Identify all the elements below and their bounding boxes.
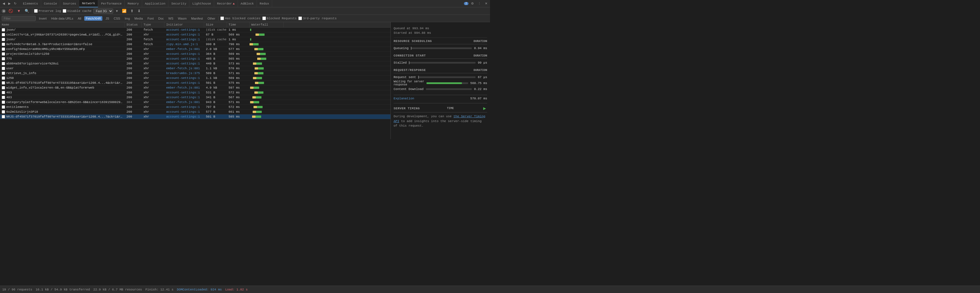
initiator-link[interactable]: account-settings:1	[166, 62, 200, 65]
row-checkbox[interactable]	[2, 86, 5, 90]
initiator-link[interactable]: ember-fetch.js:881	[166, 101, 200, 104]
row-checkbox[interactable]	[2, 62, 5, 65]
filter-wasm-btn[interactable]: Wasm	[177, 16, 188, 21]
initiator-link[interactable]: account-settings:1	[166, 52, 200, 56]
initiator-link[interactable]: account-settings:1	[166, 76, 200, 80]
initiator-link[interactable]: breadcrumbs.js:375	[166, 72, 200, 75]
disable-cache-checkbox[interactable]	[63, 9, 66, 13]
forward-btn[interactable]: ▶	[7, 1, 12, 6]
back-btn[interactable]: ◀	[1, 1, 6, 6]
filter-ws-btn[interactable]: WS	[167, 16, 175, 21]
table-row[interactable]: entitlements200xhraccount-settings:1797 …	[0, 105, 390, 110]
tab-application[interactable]: Application	[142, 0, 169, 7]
col-size[interactable]: Size	[204, 22, 227, 27]
initiator-link[interactable]: account-settings:1	[166, 33, 200, 36]
table-row[interactable]: 775200xhraccount-settings:1485 B565 ms	[0, 56, 390, 61]
throttle-config-btn[interactable]: ▾	[115, 8, 119, 14]
more-btn[interactable]: ⋮	[476, 1, 482, 6]
tab-network[interactable]: Network	[79, 0, 98, 7]
table-row[interactable]: ab804a58?originservice=%20ui200xhraccoun…	[0, 61, 390, 66]
filter-font-btn[interactable]: Font	[146, 16, 155, 21]
filter-invert-btn[interactable]: Invert	[37, 16, 48, 21]
tab-memory[interactable]: Memory	[125, 0, 142, 7]
tab-sources[interactable]: Sources	[60, 0, 79, 7]
col-name[interactable]: Name	[0, 22, 125, 27]
row-checkbox[interactable]	[2, 105, 5, 109]
initiator-link[interactable]: account-settings:1	[166, 105, 200, 109]
filter-media-btn[interactable]: Media	[133, 16, 144, 21]
filter-input[interactable]	[2, 16, 36, 21]
row-checkbox[interactable]	[2, 43, 5, 46]
initiator-link[interactable]: account-settings:1	[166, 110, 200, 114]
filter-doc-btn[interactable]: Doc	[157, 16, 165, 21]
initiator-link[interactable]: account-settings:1	[166, 91, 200, 94]
row-checkbox[interactable]	[2, 96, 5, 99]
row-checkbox[interactable]	[2, 38, 5, 41]
table-row[interactable]: config?domain=aHR0cHM6Ly9hcHBxYS56aXB5Lm…	[0, 47, 390, 52]
row-checkbox[interactable]	[2, 115, 5, 118]
filter-other-btn[interactable]: Other	[206, 16, 217, 21]
close-devtools-btn[interactable]: ✕	[484, 1, 489, 6]
initiator-link[interactable]: ember-fetch.js:881	[166, 47, 200, 51]
table-row[interactable]: 6oZmCSzUlirjn3Pi8200xhraccount-settings:…	[0, 110, 390, 114]
table-row[interactable]: NRJS-df45871f37019faff80?a=473333195&sa=…	[0, 114, 390, 119]
has-blocked-cookies-label[interactable]: Has blocked cookies	[220, 16, 260, 20]
clear-btn[interactable]: 🚫	[7, 8, 14, 14]
table-row[interactable]: json/200fetchaccount-settings:1(disk cac…	[0, 37, 390, 42]
initiator-link[interactable]: account-settings:1	[166, 81, 200, 85]
row-checkbox[interactable]	[2, 81, 5, 85]
filter-all-btn[interactable]: All	[76, 16, 83, 21]
table-row[interactable]: widget_info_v2?locales=en-GB,en-GB&platf…	[0, 85, 390, 90]
table-row[interactable]: json/200fetchaccount-settings:1(disk cac…	[0, 27, 390, 32]
throttle-select[interactable]: Fast 3G	[93, 8, 113, 14]
reload-btn[interactable]: ↻	[13, 1, 18, 6]
table-row[interactable]: 8efc44dc?v=Beta0.3.7&e=Production&o=2&ns…	[0, 42, 390, 47]
row-checkbox[interactable]	[2, 91, 5, 94]
row-checkbox[interactable]	[2, 52, 5, 56]
row-checkbox[interactable]	[2, 33, 5, 36]
row-checkbox[interactable]	[2, 76, 5, 80]
col-status[interactable]: Status	[125, 22, 142, 27]
filter-fetch-xhr-btn[interactable]: Fetch/XHR	[84, 16, 102, 21]
server-timing-api-link[interactable]: the Server Timing API	[394, 115, 485, 123]
table-row[interactable]: category?platform=web&locales=en-GB%2Cen…	[0, 100, 390, 105]
table-row[interactable]: projectDetails?ids=1250200xhraccount-set…	[0, 52, 390, 56]
table-row[interactable]: 1250200xhraccount-settings:11.1 kB569 ms	[0, 76, 390, 81]
tab-security[interactable]: Security	[169, 0, 189, 7]
initiator-link[interactable]: ember-fetch.js:881	[166, 86, 200, 90]
table-row[interactable]: user200xhrember-fetch.js:8811.1 kB570 ms	[0, 66, 390, 71]
blocked-requests-label[interactable]: Blocked Requests	[262, 16, 297, 20]
record-btn[interactable]: ⏺	[2, 9, 6, 13]
third-party-requests-checkbox[interactable]	[298, 16, 302, 20]
col-time[interactable]: Time	[227, 22, 250, 27]
initiator-link[interactable]: account-settings:1	[166, 57, 200, 61]
explanation-link[interactable]: Explanation	[394, 97, 414, 100]
settings-btn[interactable]: ⚙	[469, 1, 475, 6]
row-checkbox[interactable]	[2, 57, 5, 61]
row-checkbox[interactable]	[2, 101, 5, 104]
row-checkbox[interactable]	[2, 28, 5, 32]
col-type[interactable]: Type	[142, 22, 164, 27]
table-row[interactable]: collect?v=1&_v=j96&a=20737142638t=pagevi…	[0, 32, 390, 37]
row-checkbox[interactable]	[2, 67, 5, 70]
tab-recorder[interactable]: Recorder ▲	[214, 0, 238, 7]
filter-js-btn[interactable]: JS	[104, 16, 111, 21]
filter-css-btn[interactable]: CSS	[112, 16, 122, 21]
tab-console[interactable]: Console	[41, 0, 60, 7]
filter-toggle-btn[interactable]: ▼	[16, 8, 22, 14]
tab-elements[interactable]: Elements	[20, 0, 41, 7]
blocked-requests-checkbox[interactable]	[262, 16, 266, 20]
filter-hide-data-urls-btn[interactable]: Hide data URLs	[50, 16, 75, 21]
tab-lighthouse[interactable]: Lighthouse	[189, 0, 214, 7]
wifi-btn[interactable]: 📶	[121, 8, 127, 14]
initiator-link[interactable]: zipy.min.umd.js:1	[166, 43, 198, 46]
table-row[interactable]: 483200xhraccount-settings:1531 B572 ms	[0, 90, 390, 95]
table-row[interactable]: 483200xhraccount-settings:1341 B567 ms	[0, 95, 390, 100]
third-party-requests-label[interactable]: 3rd-party requests	[298, 16, 337, 20]
initiator-link[interactable]: account-settings:1	[166, 115, 200, 118]
table-row[interactable]: retrieve_js_info200xhrbreadcrumbs.js:375…	[0, 71, 390, 76]
initiator-link[interactable]: ember-fetch.js:881	[166, 67, 200, 70]
col-waterfall[interactable]: Waterfall	[250, 22, 283, 27]
initiator-link[interactable]: account-settings:1	[166, 96, 200, 99]
initiator-link[interactable]: account-settings:1	[166, 38, 200, 41]
